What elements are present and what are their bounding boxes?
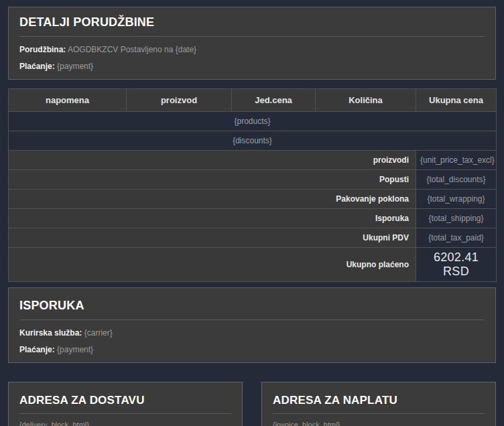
shipping-payment-value: {payment} bbox=[57, 345, 93, 354]
order-details-section: DETALJI PORUDŽBINE Porudžbina: AOGDBKZCV… bbox=[8, 7, 496, 80]
order-reference-value: AOGDBKZCV Postavljeno na {date} bbox=[68, 45, 196, 54]
order-details-title: DETALJI PORUDŽBINE bbox=[19, 15, 485, 29]
divider bbox=[19, 36, 485, 37]
carrier-label: Kurirska služba: bbox=[19, 328, 82, 338]
total-value: 6202.41 RSD bbox=[416, 248, 497, 282]
email-preview-page: DETALJI PORUDŽBINE Porudžbina: AOGDBKZCV… bbox=[0, 0, 504, 426]
summary-value: {total_shipping} bbox=[416, 209, 497, 228]
invoice-address-section: ADRESA ZA NAPLATU {invoice_block_html} bbox=[261, 382, 496, 426]
invoice-address-title: ADRESA ZA NAPLATU bbox=[273, 393, 485, 407]
delivery-address-placeholder: {delivery_block_html} bbox=[19, 421, 231, 426]
summary-row-discounts: Popusti {total_discounts} bbox=[9, 170, 497, 190]
shipping-payment-line: Plaćanje: {payment} bbox=[19, 345, 485, 354]
summary-row-gift-wrapping: Pakovanje poklona {total_wrapping} bbox=[9, 190, 497, 209]
invoice-address-placeholder: {invoice_block_html} bbox=[273, 421, 485, 426]
summary-label: proizvodi bbox=[9, 151, 416, 170]
order-reference-label: Porudžbina: bbox=[19, 45, 66, 54]
summary-row-shipping: Isporuka {total_shipping} bbox=[9, 209, 497, 228]
header-cell-unit-price: Jed.cena bbox=[232, 89, 316, 112]
payment-value: {payment} bbox=[57, 62, 93, 71]
carrier-value: {carrier} bbox=[84, 328, 113, 338]
delivery-address-section: ADRESA ZA DOSTAVU {delivery_block_html} bbox=[8, 382, 243, 426]
divider bbox=[19, 320, 485, 320]
discounts-placeholder: {discounts} bbox=[9, 131, 497, 151]
products-placeholder-row: {products} bbox=[9, 112, 497, 131]
shipping-payment-label: Plaćanje: bbox=[19, 345, 55, 354]
divider bbox=[19, 413, 231, 414]
summary-value: {unit_price_tax_excl} bbox=[416, 151, 497, 170]
total-paid-row: Ukupno plaćeno 6202.41 RSD bbox=[9, 248, 497, 282]
header-cell-note: napomena bbox=[9, 89, 127, 112]
header-cell-product: proizvod bbox=[127, 89, 232, 112]
payment-line: Plaćanje: {payment} bbox=[19, 62, 485, 71]
summary-row-products: proizvodi {unit_price_tax_excl} bbox=[9, 151, 497, 170]
payment-label: Plaćanje: bbox=[19, 62, 55, 71]
table-header-row: napomena proizvod Jed.cena Količina Ukup… bbox=[9, 89, 497, 112]
products-placeholder: {products} bbox=[9, 112, 497, 131]
order-items-table: napomena proizvod Jed.cena Količina Ukup… bbox=[8, 88, 497, 282]
order-reference-line: Porudžbina: AOGDBKZCV Postavljeno na {da… bbox=[19, 45, 485, 54]
header-cell-quantity: Količina bbox=[316, 89, 416, 112]
summary-value: {total_wrapping} bbox=[416, 190, 497, 209]
carrier-line: Kurirska služba: {carrier} bbox=[19, 328, 485, 338]
shipping-title: ISPORUKA bbox=[19, 299, 485, 313]
delivery-address-title: ADRESA ZA DOSTAVU bbox=[19, 393, 231, 407]
summary-label: Popusti bbox=[9, 170, 416, 190]
header-cell-total-price: Ukupna cena bbox=[416, 89, 497, 112]
total-label: Ukupno plaćeno bbox=[9, 248, 416, 282]
summary-label: Ukupni PDV bbox=[9, 228, 416, 248]
discounts-placeholder-row: {discounts} bbox=[9, 131, 497, 151]
address-boxes-row: ADRESA ZA DOSTAVU {delivery_block_html} … bbox=[8, 382, 496, 426]
summary-label: Isporuka bbox=[9, 209, 416, 228]
divider bbox=[273, 413, 485, 414]
shipping-section: ISPORUKA Kurirska služba: {carrier} Plać… bbox=[8, 287, 496, 363]
summary-label: Pakovanje poklona bbox=[9, 190, 416, 209]
summary-value: {total_discounts} bbox=[416, 170, 497, 190]
summary-row-tax: Ukupni PDV {total_tax_paid} bbox=[9, 228, 497, 248]
summary-value: {total_tax_paid} bbox=[416, 228, 497, 248]
